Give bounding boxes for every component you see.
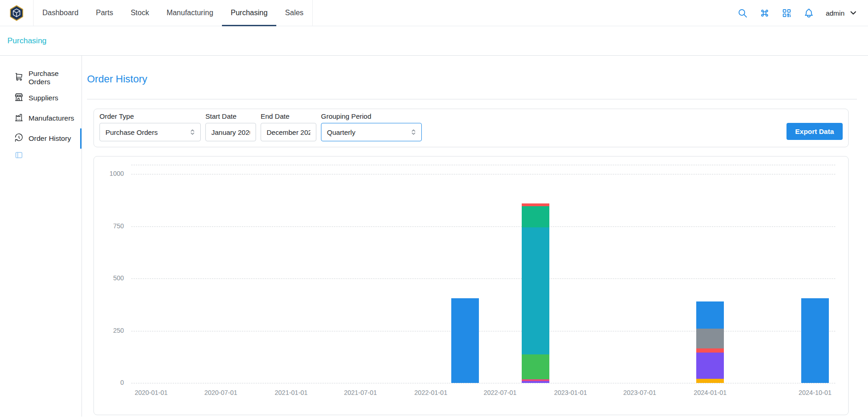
sidebar-item-order-history[interactable]: Order History: [0, 128, 82, 149]
sidebar-item-manufacturers[interactable]: Manufacturers: [0, 108, 82, 128]
content-area: Purchase Orders Suppliers Manufacturers: [0, 56, 868, 417]
x-axis-tick-label: 2021-07-01: [333, 389, 388, 396]
building-factory-icon: [14, 113, 23, 124]
chevron-down-icon: [849, 8, 858, 17]
bar-segment[interactable]: [696, 301, 724, 329]
chart-bar[interactable]: [451, 298, 479, 383]
sidebar-item-label: Purchase Orders: [29, 70, 82, 86]
x-axis-tick-label: 2022-01-01: [403, 389, 459, 396]
end-date-field: End Date: [261, 112, 316, 141]
navbar-actions: admin: [737, 8, 858, 18]
tab-parts[interactable]: Parts: [87, 0, 122, 26]
x-axis-tick-label: 2020-07-01: [193, 389, 248, 396]
breadcrumb: Purchasing: [0, 26, 868, 56]
history-clock-icon: [14, 133, 23, 144]
bar-segment[interactable]: [696, 329, 724, 348]
sidebar-collapse-icon[interactable]: [14, 151, 23, 160]
order-type-label: Order Type: [99, 112, 201, 120]
bar-segment[interactable]: [522, 227, 549, 355]
sidebar-item-label: Suppliers: [29, 94, 58, 102]
tab-stock[interactable]: Stock: [122, 0, 158, 26]
gridline: [131, 226, 835, 227]
order-type-field: Order Type Purchase Orders: [99, 112, 201, 141]
y-axis-tick-label: 250: [94, 327, 124, 334]
export-data-button[interactable]: Export Data: [786, 123, 843, 140]
gridline: [131, 383, 835, 383]
grouping-period-value: Quarterly: [327, 128, 355, 136]
sidebar: Purchase Orders Suppliers Manufacturers: [0, 56, 82, 417]
x-axis-tick-label: 2024-01-01: [682, 389, 738, 396]
username: admin: [826, 9, 845, 17]
grouping-period-label: Grouping Period: [321, 112, 422, 120]
end-date-input[interactable]: [261, 123, 316, 141]
building-store-icon: [14, 93, 23, 104]
start-date-field: Start Date: [205, 112, 256, 141]
y-axis-tick-label: 500: [94, 274, 124, 282]
chart-bar[interactable]: [696, 301, 724, 383]
start-date-input[interactable]: [205, 123, 256, 141]
y-axis-tick-label: 750: [94, 222, 124, 230]
bar-segment[interactable]: [696, 353, 724, 379]
sidebar-item-purchase-orders[interactable]: Purchase Orders: [0, 68, 82, 88]
bar-segment[interactable]: [451, 298, 479, 383]
bar-segment[interactable]: [522, 354, 549, 379]
order-type-select[interactable]: Purchase Orders: [99, 123, 201, 141]
x-axis-tick-label: 2024-10-01: [787, 389, 843, 396]
bar-segment[interactable]: [696, 379, 724, 383]
user-menu[interactable]: admin: [826, 8, 858, 17]
grouping-period-select[interactable]: Quarterly: [321, 123, 422, 141]
selector-updown-icon: [188, 128, 197, 136]
breadcrumb-purchasing[interactable]: Purchasing: [7, 36, 47, 46]
shopping-cart-icon: [14, 72, 23, 83]
chart-bar[interactable]: [522, 203, 549, 383]
bar-segment[interactable]: [696, 348, 724, 353]
chart-panel: 025050075010002020-01-012020-07-012021-0…: [93, 156, 849, 415]
x-axis-tick-label: 2020-01-01: [123, 389, 179, 396]
tab-sales[interactable]: Sales: [276, 0, 312, 26]
sidebar-item-label: Order History: [29, 134, 71, 143]
sidebar-item-suppliers[interactable]: Suppliers: [0, 88, 82, 108]
gridline: [131, 165, 835, 165]
gridline: [131, 174, 835, 174]
title-divider: [87, 99, 857, 99]
x-axis-tick-label: 2023-01-01: [543, 389, 598, 396]
grouping-period-field: Grouping Period Quarterly: [321, 112, 422, 141]
bell-icon[interactable]: [804, 8, 814, 18]
bar-segment[interactable]: [522, 381, 549, 383]
gridline: [131, 331, 835, 331]
tab-dashboard[interactable]: Dashboard: [34, 0, 87, 26]
y-axis-tick-label: 1000: [94, 170, 124, 177]
page-title: Order History: [87, 72, 868, 86]
sidebar-item-label: Manufacturers: [29, 114, 74, 122]
bar-segment[interactable]: [522, 206, 549, 227]
top-navbar: Dashboard Parts Stock Manufacturing Purc…: [0, 0, 868, 26]
chart-bar[interactable]: [801, 298, 829, 383]
qrcode-icon[interactable]: [781, 8, 792, 18]
tab-purchasing[interactable]: Purchasing: [222, 0, 276, 26]
order-type-value: Purchase Orders: [105, 128, 157, 136]
order-history-chart: 025050075010002020-01-012020-07-012021-0…: [94, 156, 848, 415]
search-icon[interactable]: [737, 8, 748, 18]
bar-segment[interactable]: [801, 298, 829, 383]
selector-updown-icon: [409, 128, 418, 136]
x-axis-tick-label: 2021-01-01: [263, 389, 319, 396]
command-icon[interactable]: [759, 8, 770, 18]
start-date-label: Start Date: [205, 112, 256, 120]
main-nav-tabs: Dashboard Parts Stock Manufacturing Purc…: [33, 0, 313, 26]
filter-panel: Order Type Purchase Orders Start Date En…: [93, 109, 849, 147]
x-axis-tick-label: 2023-07-01: [612, 389, 667, 396]
app-logo-icon[interactable]: [9, 5, 24, 21]
main-panel: Order History Order Type Purchase Orders…: [82, 56, 868, 417]
tab-manufacturing[interactable]: Manufacturing: [158, 0, 222, 26]
y-axis-tick-label: 0: [94, 379, 124, 386]
gridline: [131, 278, 835, 279]
x-axis-tick-label: 2022-07-01: [472, 389, 528, 396]
end-date-label: End Date: [261, 112, 316, 120]
